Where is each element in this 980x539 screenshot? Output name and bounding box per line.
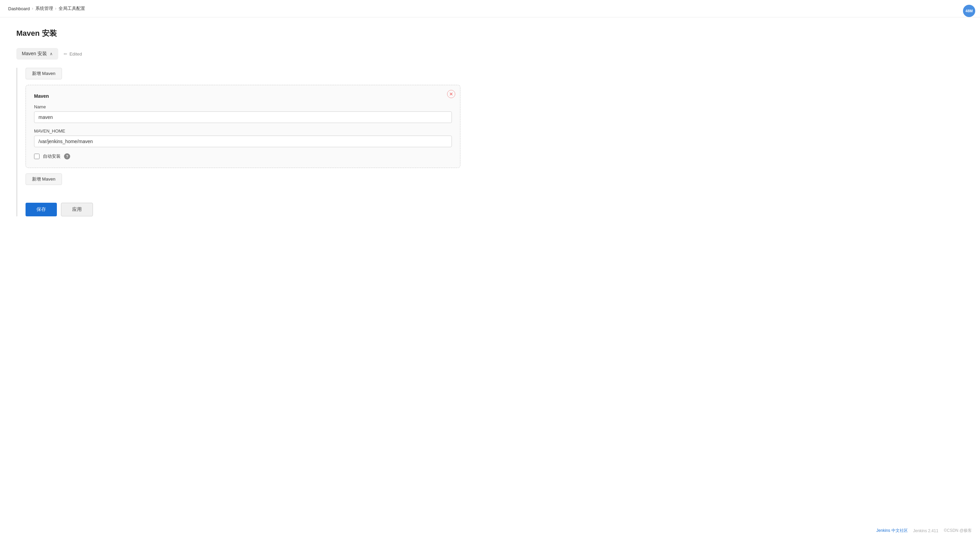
help-icon[interactable]: ? bbox=[64, 153, 70, 159]
section-header: Maven 安装 ∧ ✏ Edited bbox=[16, 48, 460, 60]
maven-card: ✕ Maven Name MAVEN_HOME 自动安装 ? bbox=[25, 85, 460, 168]
edited-label: Edited bbox=[70, 51, 82, 57]
add-maven-bottom-button[interactable]: 新增 Maven bbox=[25, 174, 62, 185]
card-title: Maven bbox=[34, 93, 452, 99]
add-maven-top-button[interactable]: 新增 Maven bbox=[25, 68, 62, 80]
section-toggle-label: Maven 安装 bbox=[22, 51, 47, 57]
page-title: Maven 安装 bbox=[16, 28, 460, 38]
save-button[interactable]: 保存 bbox=[25, 203, 57, 216]
name-label: Name bbox=[34, 104, 452, 109]
section-body: 新增 Maven ✕ Maven Name MAVEN_HOME 自动安装 ? bbox=[16, 68, 460, 216]
maven-home-input[interactable] bbox=[34, 136, 452, 147]
auto-install-checkbox[interactable] bbox=[34, 154, 40, 159]
breadcrumb: Dashboard › 系统管理 › 全局工具配置 bbox=[0, 0, 980, 18]
breadcrumb-global-tools: 全局工具配置 bbox=[59, 5, 85, 11]
pencil-icon: ✏ bbox=[64, 51, 67, 57]
maven-home-label: MAVEN_HOME bbox=[34, 128, 452, 134]
name-input[interactable] bbox=[34, 112, 452, 123]
action-buttons: 保存 应用 bbox=[25, 203, 460, 216]
breadcrumb-system-mgmt[interactable]: 系统管理 bbox=[35, 5, 53, 11]
memory-badge[interactable]: 48M bbox=[963, 5, 975, 17]
section-toggle-button[interactable]: Maven 安装 ∧ bbox=[16, 48, 58, 60]
chevron-up-icon: ∧ bbox=[50, 51, 53, 56]
auto-install-label: 自动安装 bbox=[43, 153, 60, 159]
auto-install-row: 自动安装 ? bbox=[34, 153, 452, 159]
apply-button[interactable]: 应用 bbox=[61, 203, 93, 216]
card-close-button[interactable]: ✕ bbox=[447, 90, 455, 98]
breadcrumb-dashboard[interactable]: Dashboard bbox=[8, 6, 30, 11]
edited-badge: ✏ Edited bbox=[64, 51, 82, 57]
breadcrumb-sep-1: › bbox=[32, 6, 33, 11]
main-content: Maven 安装 Maven 安装 ∧ ✏ Edited 新增 Maven ✕ … bbox=[0, 18, 477, 227]
close-icon: ✕ bbox=[449, 92, 453, 96]
breadcrumb-sep-2: › bbox=[55, 6, 57, 11]
